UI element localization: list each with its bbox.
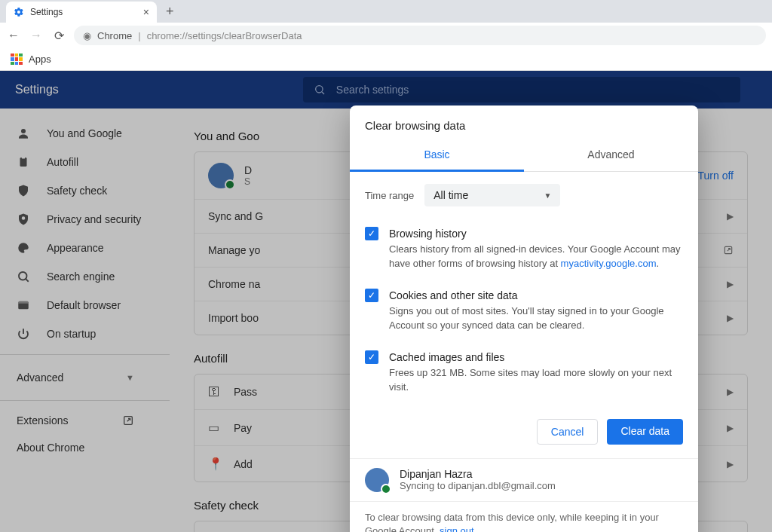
option-cache[interactable]: ✓ Cached images and files Frees up 321 M… <box>365 342 683 404</box>
clear-browsing-data-dialog: Clear browsing data Basic Advanced Time … <box>350 105 698 532</box>
profile-name: Dipanjan Hazra <box>400 468 556 480</box>
sign-out-link[interactable]: sign out <box>440 525 474 532</box>
myactivity-link[interactable]: myactivity.google.com <box>561 258 657 269</box>
site-info-icon[interactable]: ◉ <box>83 30 91 41</box>
time-range-label: Time range <box>365 190 414 201</box>
option-cookies[interactable]: ✓ Cookies and other site data Signs you … <box>365 280 683 342</box>
back-button[interactable]: ← <box>6 29 21 42</box>
bookmarks-apps[interactable]: Apps <box>29 54 51 65</box>
checkbox-checked-icon[interactable]: ✓ <box>365 350 378 364</box>
reload-button[interactable]: ⟳ <box>51 29 66 43</box>
url-app: Chrome <box>97 30 132 41</box>
forward-button: → <box>29 29 44 42</box>
apps-icon[interactable] <box>11 54 23 66</box>
browser-toolbar: ← → ⟳ ◉ Chrome | chrome://settings/clear… <box>0 23 772 48</box>
tab-basic[interactable]: Basic <box>350 141 524 172</box>
clear-data-button[interactable]: Clear data <box>607 419 683 445</box>
bookmarks-bar: Apps <box>0 48 772 71</box>
time-range-select[interactable]: All time ▼ <box>424 184 560 206</box>
cancel-button[interactable]: Cancel <box>537 419 599 445</box>
tab-strip: Settings × + <box>0 0 772 23</box>
new-tab-button[interactable]: + <box>166 4 174 20</box>
avatar <box>365 468 389 492</box>
checkbox-checked-icon[interactable]: ✓ <box>365 289 378 302</box>
profile-sync: Syncing to dipanjan.dbl@gmail.com <box>400 480 556 491</box>
dialog-tabs: Basic Advanced <box>350 141 698 172</box>
browser-tab[interactable]: Settings × <box>6 2 157 23</box>
checkbox-checked-icon[interactable]: ✓ <box>365 227 378 240</box>
gear-icon <box>14 7 24 17</box>
tab-advanced[interactable]: Advanced <box>524 141 698 171</box>
tab-title: Settings <box>30 7 63 17</box>
dialog-footer-note: To clear browsing data from this device … <box>350 501 698 532</box>
profile-row: Dipanjan Hazra Syncing to dipanjan.dbl@g… <box>350 458 698 501</box>
option-browsing-history[interactable]: ✓ Browsing history Clears history from a… <box>365 219 683 280</box>
dialog-title: Clear browsing data <box>350 105 698 141</box>
chevron-down-icon: ▼ <box>544 191 551 200</box>
address-bar[interactable]: ◉ Chrome | chrome://settings/clearBrowse… <box>74 26 766 45</box>
close-icon[interactable]: × <box>143 6 149 18</box>
